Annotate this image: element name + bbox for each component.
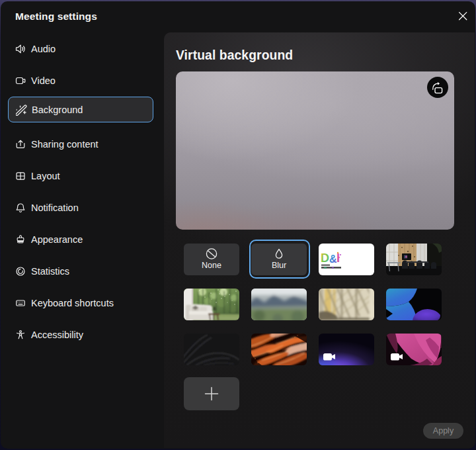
svg-text:D: D [321, 251, 329, 265]
